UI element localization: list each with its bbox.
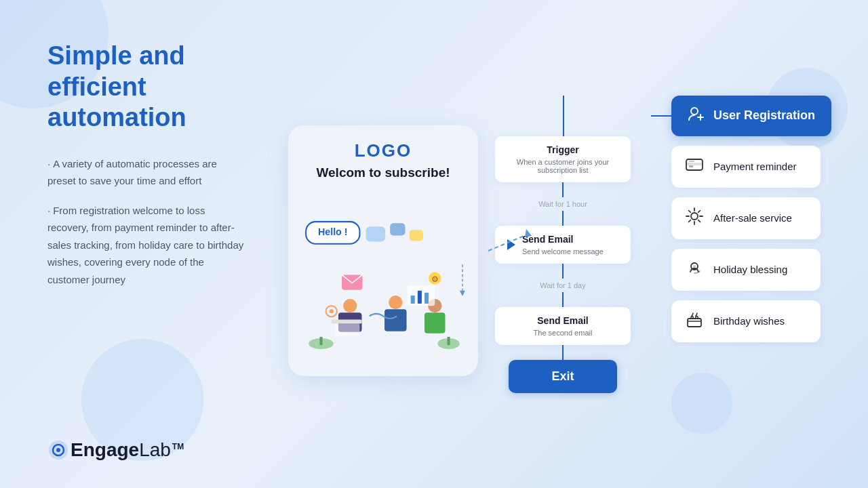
center-section: LOGO Welcom to subscribe! Hello ! [271, 0, 495, 488]
logo-text: EngageLabTM [71, 439, 184, 461]
logo-lab: Lab [139, 439, 171, 460]
birthday-card: Birthday wishes [671, 300, 821, 342]
svg-rect-35 [686, 163, 703, 165]
phone-illustration: Hello ! [300, 187, 466, 369]
svg-rect-36 [689, 165, 693, 167]
email1-node: Send Email Send welcome message [495, 226, 631, 264]
trigger-title: Trigger [507, 144, 618, 155]
payment-card: Payment reminder [671, 146, 821, 188]
svg-text:⚙: ⚙ [431, 274, 439, 284]
exit-label: Exit [551, 369, 574, 383]
svg-point-2 [56, 448, 60, 452]
birthday-icon [685, 310, 704, 333]
connector-1 [562, 182, 564, 197]
main-content: Simple and efficient automation A variet… [0, 0, 868, 488]
svg-point-22 [330, 309, 334, 313]
service-icon [685, 207, 704, 230]
headline: Simple and efficient automation [47, 41, 244, 134]
wait-2: Wait for 1 day [540, 281, 585, 289]
svg-point-13 [389, 296, 402, 309]
svg-rect-20 [425, 293, 429, 304]
svg-point-40 [693, 265, 696, 268]
after-sale-card: After-sale service [671, 197, 821, 239]
left-section: Simple and efficient automation A variet… [0, 0, 271, 488]
connector-5 [562, 345, 564, 360]
svg-rect-41 [688, 319, 701, 327]
right-section: Trigger When a customer joins your subsc… [495, 0, 868, 488]
user-reg-icon [688, 105, 705, 127]
svg-marker-30 [460, 291, 465, 296]
email1-title: Send Email [522, 234, 604, 245]
trigger-subtitle: When a customer joins your subscription … [507, 158, 618, 174]
service-label: After-sale service [713, 212, 792, 224]
trigger-node: Trigger When a customer joins your subsc… [495, 136, 631, 182]
svg-rect-18 [411, 296, 415, 304]
exit-node: Exit [509, 360, 617, 393]
holiday-label: Holiday blessing [713, 264, 787, 275]
payment-label: Payment reminder [713, 161, 797, 172]
logo-area: EngageLabTM [47, 419, 244, 461]
user-reg-label: User Registration [713, 108, 815, 123]
svg-point-9 [343, 299, 357, 312]
connector-3 [562, 264, 564, 279]
engagelab-logo-icon [47, 439, 69, 461]
headline-line1: Simple and efficient [47, 41, 185, 101]
birthday-label: Birthday wishes [713, 315, 785, 327]
svg-text:Hello !: Hello ! [318, 226, 347, 237]
email2-node: Send Email The second email [495, 307, 631, 345]
description: A variety of automatic processes are pre… [47, 155, 244, 289]
svg-rect-28 [448, 337, 450, 345]
logo-engage: Engage [71, 439, 139, 460]
headline-line2: automation [47, 103, 186, 131]
payment-icon [685, 155, 704, 178]
phone-mockup: LOGO Welcom to subscribe! Hello ! [288, 125, 478, 376]
svg-rect-12 [335, 324, 360, 336]
email1-subtitle: Send welcome message [522, 247, 604, 256]
wait-1: Wait for 1 hour [538, 200, 587, 208]
email2-title: Send Email [507, 315, 618, 326]
svg-rect-14 [384, 309, 407, 331]
cards-column: Payment reminder After-sale service [671, 146, 821, 342]
svg-rect-11 [332, 320, 362, 324]
phone-welcome: Welcom to subscribe! [316, 165, 450, 180]
holiday-icon [685, 258, 704, 281]
svg-rect-27 [319, 337, 322, 345]
email2-subtitle: The second email [507, 329, 618, 337]
connector-2 [562, 211, 564, 226]
svg-rect-37 [689, 161, 694, 162]
connector-4 [562, 292, 564, 307]
svg-rect-5 [366, 226, 385, 241]
bullet-2: From registration welcome to loss recove… [47, 202, 244, 289]
bullet-1: A variety of automatic processes are pre… [47, 155, 244, 190]
svg-point-31 [691, 108, 698, 115]
svg-point-38 [691, 213, 698, 220]
svg-rect-6 [390, 223, 405, 235]
holiday-card: Holiday blessing [671, 249, 821, 291]
svg-rect-16 [425, 312, 446, 333]
email-arrow-1 [507, 239, 515, 250]
logo-tm: TM [172, 442, 184, 451]
user-registration-button[interactable]: User Registration [671, 96, 831, 136]
svg-rect-7 [410, 230, 423, 241]
svg-rect-19 [418, 291, 422, 304]
phone-logo: LOGO [355, 140, 412, 161]
